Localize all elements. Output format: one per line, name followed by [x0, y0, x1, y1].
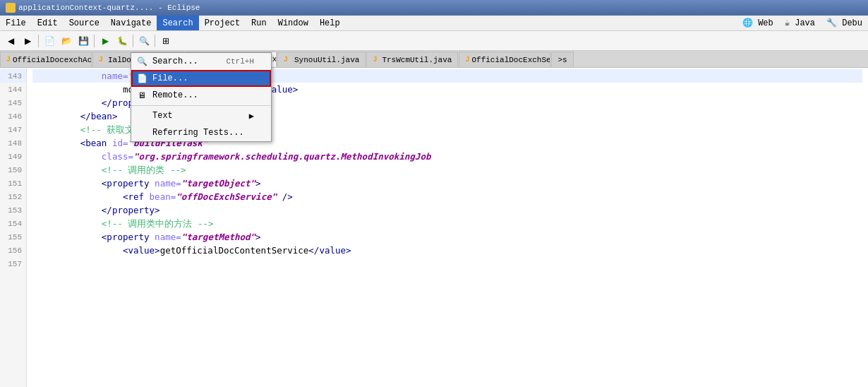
- title-bar: applicationContext-quartz.... - Eclipse: [0, 0, 868, 16]
- search-menu-remote-label: Remote...: [152, 90, 198, 100]
- line-num-145: 145: [0, 96, 26, 109]
- menu-run[interactable]: Run: [246, 16, 272, 30]
- toolbar-persp[interactable]: ⊞: [158, 33, 174, 49]
- toolbar-debug[interactable]: 🐛: [114, 33, 130, 49]
- remote-icon: 🖥: [135, 89, 148, 102]
- code-line-155: <property name="targetMethod">: [32, 230, 862, 244]
- tab-more[interactable]: >s: [551, 52, 573, 67]
- toolbar: ◀ ▶ 📄 📂 💾 ▶ 🐛 🔍 ⊞: [0, 31, 868, 51]
- search-menu-text[interactable]: Text ▶: [131, 107, 271, 124]
- menu-source[interactable]: Source: [64, 16, 105, 30]
- line-num-157: 157: [0, 257, 26, 270]
- toolbar-new[interactable]: 📄: [42, 33, 57, 49]
- search-menu-file-label: File...: [152, 73, 188, 83]
- toolbar-forward[interactable]: ▶: [20, 33, 35, 49]
- line-num-151: 151: [0, 177, 26, 190]
- search-menu-file[interactable]: 📄 File...: [131, 70, 271, 87]
- line-num-155: 155: [0, 230, 26, 244]
- menu-navigate[interactable]: Navigate: [105, 16, 157, 30]
- toolbar-open[interactable]: 📂: [59, 33, 74, 49]
- line-num-146: 146: [0, 109, 26, 123]
- line-num-148: 148: [0, 136, 26, 150]
- line-numbers: 143 144 145 146 147 148 149 150 151 152 …: [0, 68, 27, 387]
- tab-officialactio[interactable]: J OfficialDocexchActio: [0, 52, 92, 67]
- code-line-152: <ref bean="offDocExchService" />: [32, 190, 862, 203]
- code-line-151: <property name="targetObject">: [32, 177, 862, 190]
- search-menu-search-label: Search...: [152, 56, 198, 66]
- toolbar-save[interactable]: 💾: [76, 33, 91, 49]
- search-binoculars-icon: 🔍: [135, 55, 148, 68]
- tab-trswcm[interactable]: J TrsWcmUtil.java: [366, 52, 458, 67]
- tab-icon-j2: J: [99, 56, 106, 64]
- code-line-156: <value>getOfficialDocContentService</val…: [32, 244, 862, 257]
- menu-debug[interactable]: 🔧 Debu: [821, 16, 868, 30]
- menu-search[interactable]: Search: [157, 16, 198, 30]
- menu-help[interactable]: Help: [314, 16, 346, 30]
- menu-edit[interactable]: Edit: [32, 16, 64, 30]
- search-menu-search[interactable]: 🔍 Search... Ctrl+H: [131, 53, 271, 70]
- menu-bar: File Edit Source Navigate Search Project…: [0, 16, 868, 31]
- tab-officialdoc[interactable]: J OfficialDocExchServi: [459, 52, 550, 67]
- menu-java[interactable]: ☕ Java: [779, 16, 821, 30]
- line-num-152: 152: [0, 190, 26, 203]
- line-num-150: 150: [0, 163, 26, 177]
- search-menu-remote[interactable]: 🖥 Remote...: [131, 87, 271, 104]
- line-num-149: 149: [0, 150, 26, 163]
- menu-separator: [131, 105, 271, 106]
- toolbar-search[interactable]: 🔍: [136, 33, 152, 49]
- tab-icon-j1: J: [6, 56, 11, 64]
- toolbar-back[interactable]: ◀: [3, 33, 18, 49]
- search-shortcut: Ctrl+H: [226, 57, 254, 66]
- search-dropdown-menu: 🔍 Search... Ctrl+H 📄 File... 🖥 Remote...…: [131, 52, 272, 142]
- code-line-150: <!-- 调用的类 -->: [32, 163, 862, 177]
- code-line-153: </property>: [32, 203, 862, 217]
- code-line-157: [32, 257, 862, 270]
- menu-file[interactable]: File: [0, 16, 32, 30]
- line-num-154: 154: [0, 217, 26, 230]
- search-menu-text-label: Text: [152, 111, 173, 121]
- editor-area: 143 144 145 146 147 148 149 150 151 152 …: [0, 68, 868, 387]
- tab-icon-j5: J: [465, 56, 469, 64]
- tab-synou[interactable]: J SynouUtil.java: [277, 52, 366, 67]
- search-menu-referring[interactable]: Referring Tests...: [131, 124, 271, 141]
- line-num-153: 153: [0, 203, 26, 217]
- line-num-144: 144: [0, 83, 26, 96]
- submenu-arrow-icon: ▶: [249, 111, 254, 121]
- menu-web[interactable]: 🌐 Web: [737, 16, 779, 30]
- file-search-icon: 📄: [135, 72, 148, 85]
- separator3: [133, 35, 133, 47]
- tab-icon-j3: J: [284, 56, 292, 64]
- code-line-154: <!-- 调用类中的方法 -->: [32, 217, 862, 230]
- line-num-143: 143: [0, 69, 26, 83]
- menu-project[interactable]: Project: [199, 16, 246, 30]
- code-line-149: class="org.springframework.scheduling.qu…: [32, 150, 862, 163]
- separator2: [94, 35, 95, 47]
- line-num-147: 147: [0, 123, 26, 136]
- search-menu-referring-label: Referring Tests...: [152, 128, 244, 138]
- separator1: [38, 35, 39, 47]
- title-text: applicationContext-quartz.... - Eclipse: [18, 4, 200, 12]
- app-icon: [6, 3, 16, 13]
- toolbar-run[interactable]: ▶: [97, 33, 113, 49]
- menu-window[interactable]: Window: [272, 16, 314, 30]
- tab-icon-j4: J: [373, 56, 380, 64]
- line-num-156: 156: [0, 244, 26, 257]
- separator4: [155, 35, 155, 47]
